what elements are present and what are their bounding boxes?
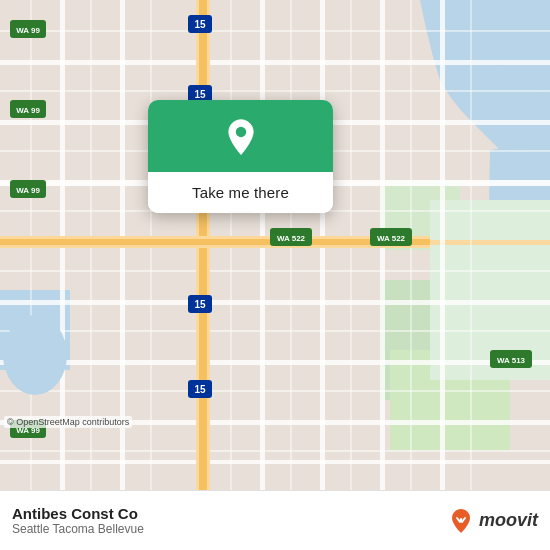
- svg-point-66: [3, 315, 67, 395]
- svg-rect-16: [0, 90, 550, 92]
- svg-text:WA 99: WA 99: [16, 26, 40, 35]
- svg-text:WA 99: WA 99: [16, 106, 40, 115]
- svg-rect-11: [0, 300, 550, 305]
- svg-rect-21: [0, 390, 550, 392]
- svg-text:15: 15: [194, 384, 206, 395]
- svg-point-67: [235, 127, 245, 137]
- svg-rect-12: [0, 360, 550, 365]
- svg-rect-20: [0, 330, 550, 332]
- svg-text:15: 15: [194, 299, 206, 310]
- moovit-logo: moovit: [447, 507, 538, 535]
- svg-text:WA 99: WA 99: [16, 186, 40, 195]
- svg-text:15: 15: [194, 89, 206, 100]
- bottom-bar-left: Antibes Const Co Seattle Tacoma Bellevue: [12, 505, 447, 536]
- svg-rect-29: [440, 0, 445, 490]
- svg-rect-37: [470, 0, 472, 490]
- svg-rect-15: [0, 30, 550, 32]
- svg-rect-22: [0, 450, 550, 452]
- svg-text:15: 15: [194, 19, 206, 30]
- bottom-bar: Antibes Const Co Seattle Tacoma Bellevue…: [0, 490, 550, 550]
- svg-rect-19: [0, 270, 550, 272]
- svg-text:WA 513: WA 513: [497, 356, 526, 365]
- osm-attribution: © OpenStreetMap contributors: [4, 416, 132, 428]
- place-name: Antibes Const Co: [12, 505, 447, 522]
- moovit-logo-text: moovit: [479, 510, 538, 531]
- place-location: Seattle Tacoma Bellevue: [12, 522, 447, 536]
- svg-rect-14: [0, 460, 550, 464]
- svg-rect-7: [0, 60, 550, 65]
- popup-header: [148, 100, 333, 172]
- moovit-pin-icon: [447, 507, 475, 535]
- svg-text:WA 522: WA 522: [277, 234, 306, 243]
- take-me-there-button[interactable]: Take me there: [148, 172, 333, 213]
- svg-rect-41: [0, 239, 430, 245]
- svg-text:WA 522: WA 522: [377, 234, 406, 243]
- popup-card: Take me there: [148, 100, 333, 213]
- location-pin-icon: [221, 118, 261, 158]
- map-container: 15 15 15 15 WA 99 WA 99 WA 99 WA: [0, 0, 550, 490]
